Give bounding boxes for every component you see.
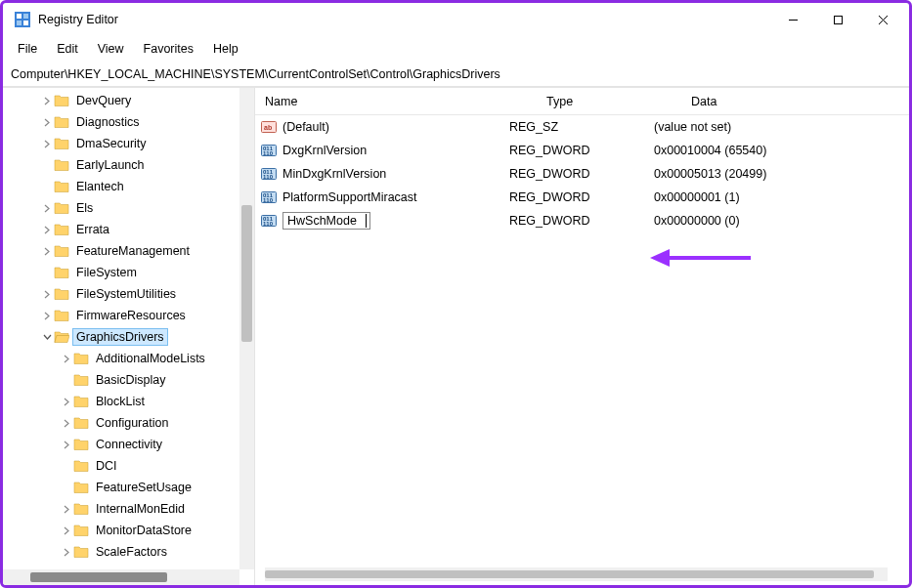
tree-item-label: EarlyLaunch — [73, 157, 148, 173]
dword-value-icon — [255, 166, 282, 182]
tree-item[interactable]: DmaSecurity — [3, 133, 254, 154]
tree-pane: DevQueryDiagnosticsDmaSecurityEarlyLaunc… — [3, 88, 255, 585]
chevron-right-icon[interactable] — [60, 526, 73, 535]
svg-rect-4 — [23, 21, 28, 25]
tree-item[interactable]: DCI — [3, 455, 254, 477]
tree-item-label: Elantech — [73, 179, 127, 194]
close-button[interactable] — [860, 5, 905, 34]
value-type: REG_DWORD — [509, 190, 654, 204]
tree-item[interactable]: Els — [3, 197, 254, 219]
tree-item-label: InternalMonEdid — [93, 501, 188, 517]
tree-item[interactable]: Configuration — [3, 412, 254, 434]
menu-view[interactable]: View — [89, 39, 133, 59]
folder-icon — [54, 265, 69, 280]
scrollbar-thumb[interactable] — [265, 570, 874, 578]
chevron-right-icon[interactable] — [60, 505, 73, 514]
tree-item-label: Els — [73, 200, 96, 216]
chevron-right-icon[interactable] — [40, 247, 54, 256]
tree-item[interactable]: FeatureSetUsage — [3, 477, 254, 498]
tree-item[interactable]: InternalMonEdid — [3, 498, 254, 520]
tree-item-label: FirmwareResources — [73, 308, 189, 323]
tree-item-label: Diagnostics — [73, 114, 143, 130]
tree-item[interactable]: FirmwareResources — [3, 305, 254, 326]
value-row[interactable]: MinDxgKrnlVersionREG_DWORD0x00005013 (20… — [255, 162, 909, 186]
list-header: Name Type Data — [255, 88, 909, 115]
tree-item[interactable]: DevQuery — [3, 90, 254, 111]
tree-item[interactable]: FileSystemUtilities — [3, 283, 254, 305]
svg-rect-6 — [834, 16, 842, 23]
folder-icon — [73, 394, 89, 409]
svg-rect-3 — [17, 21, 22, 25]
chevron-right-icon[interactable] — [60, 548, 73, 557]
list-body[interactable]: (Default)REG_SZ(value not set)DxgKrnlVer… — [255, 115, 909, 585]
tree-item[interactable]: FileSystem — [3, 262, 254, 283]
menu-file[interactable]: File — [9, 39, 46, 59]
column-header-name[interactable]: Name — [255, 95, 537, 108]
value-data: (value not set) — [654, 120, 909, 134]
column-header-data[interactable]: Data — [681, 95, 909, 108]
menu-edit[interactable]: Edit — [48, 39, 87, 59]
tree-item[interactable]: Errata — [3, 219, 254, 240]
list-horizontal-scrollbar[interactable] — [265, 567, 888, 581]
chevron-right-icon[interactable] — [40, 204, 54, 213]
tree-item[interactable]: FeatureManagement — [3, 240, 254, 262]
tree-item[interactable]: Elantech — [3, 176, 254, 197]
address-bar[interactable]: Computer\HKEY_LOCAL_MACHINE\SYSTEM\Curre… — [3, 62, 909, 87]
tree-vertical-scrollbar[interactable] — [239, 88, 254, 569]
folder-icon — [54, 222, 69, 237]
folder-icon — [73, 351, 89, 366]
value-name: DxgKrnlVersion — [282, 144, 367, 157]
tree-item[interactable]: AdditionalModeLists — [3, 348, 254, 369]
tree-item[interactable]: ScaleFactors — [3, 541, 254, 563]
chevron-right-icon[interactable] — [60, 355, 73, 363]
tree-item[interactable]: Connectivity — [3, 434, 254, 455]
folder-icon — [54, 329, 69, 345]
value-row[interactable]: HwSchModeREG_DWORD0x00000000 (0) — [255, 209, 909, 232]
tree-body[interactable]: DevQueryDiagnosticsDmaSecurityEarlyLaunc… — [3, 88, 254, 585]
menu-help[interactable]: Help — [204, 39, 247, 59]
chevron-right-icon[interactable] — [40, 118, 54, 127]
column-header-type[interactable]: Type — [537, 95, 681, 108]
chevron-right-icon[interactable] — [40, 226, 54, 234]
value-type: REG_SZ — [509, 120, 654, 134]
scrollbar-thumb[interactable] — [241, 205, 252, 342]
value-type: REG_DWORD — [509, 144, 654, 157]
tree-item-label: AdditionalModeLists — [93, 351, 208, 366]
tree-item-label: Errata — [73, 222, 112, 237]
folder-icon — [73, 480, 89, 495]
chevron-right-icon[interactable] — [40, 140, 54, 148]
window-title: Registry Editor — [38, 13, 118, 26]
tree-horizontal-scrollbar[interactable] — [3, 569, 239, 585]
address-text: Computer\HKEY_LOCAL_MACHINE\SYSTEM\Curre… — [11, 67, 500, 81]
chevron-down-icon[interactable] — [40, 333, 54, 342]
tree-item[interactable]: GraphicsDrivers — [3, 326, 254, 348]
tree-item[interactable]: BasicDisplay — [3, 369, 254, 391]
menu-favorites[interactable]: Favorites — [135, 39, 202, 59]
value-row[interactable]: (Default)REG_SZ(value not set) — [255, 115, 909, 139]
chevron-right-icon[interactable] — [60, 441, 73, 449]
value-name-edit-input[interactable]: HwSchMode — [282, 212, 370, 230]
chevron-right-icon[interactable] — [40, 312, 54, 320]
tree-item[interactable]: EarlyLaunch — [3, 154, 254, 176]
value-name: (Default) — [282, 120, 329, 134]
value-row[interactable]: DxgKrnlVersionREG_DWORD0x00010004 (65540… — [255, 139, 909, 162]
tree-item-label: BasicDisplay — [93, 372, 169, 388]
chevron-right-icon[interactable] — [60, 419, 73, 428]
value-row[interactable]: PlatformSupportMiracastREG_DWORD0x000000… — [255, 186, 909, 209]
tree-item[interactable]: MonitorDataStore — [3, 520, 254, 541]
chevron-right-icon[interactable] — [60, 398, 73, 406]
svg-rect-1 — [17, 14, 22, 19]
value-name: MinDxgKrnlVersion — [282, 167, 386, 181]
chevron-right-icon[interactable] — [40, 290, 54, 299]
chevron-right-icon[interactable] — [40, 97, 54, 105]
tree-item[interactable]: Diagnostics — [3, 111, 254, 133]
folder-icon — [54, 286, 69, 302]
scrollbar-thumb[interactable] — [30, 572, 167, 582]
tree-item[interactable]: BlockList — [3, 391, 254, 412]
tree-item-label: DevQuery — [73, 93, 134, 108]
folder-icon — [73, 544, 89, 560]
value-data: 0x00000001 (1) — [654, 190, 909, 204]
tree-item-label: Configuration — [93, 415, 171, 431]
maximize-button[interactable] — [815, 5, 860, 34]
minimize-button[interactable] — [770, 5, 815, 34]
